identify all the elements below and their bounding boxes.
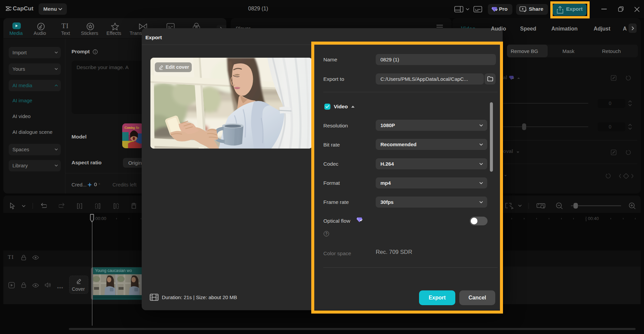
svg-text:Coming So: Coming So (125, 125, 139, 129)
